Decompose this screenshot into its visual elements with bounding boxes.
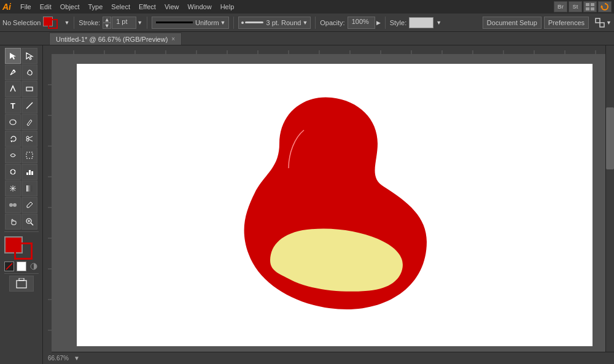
tool-row-8 <box>5 164 37 180</box>
stroke-down-arrow[interactable]: ▼ <box>103 23 111 29</box>
none-swatch[interactable] <box>4 261 14 271</box>
options-toolbar: No Selection ▼ Stroke: ▲ ▼ 1 pt ▼ Unifor… <box>0 14 614 32</box>
svg-rect-26 <box>29 170 31 175</box>
stroke-value[interactable]: 1 pt <box>112 17 136 29</box>
opacity-value[interactable]: 100% <box>348 17 375 29</box>
tool-row-4: T <box>5 98 37 114</box>
stroke-round-dot <box>241 21 244 24</box>
preferences-button[interactable]: Preferences <box>544 17 589 29</box>
svg-point-15 <box>26 136 29 139</box>
stroke-weight-label: 3 pt. Round <box>266 19 301 26</box>
rotate-tool[interactable] <box>5 131 21 147</box>
selection-indicator: No Selection <box>2 19 41 26</box>
svg-line-32 <box>31 223 33 225</box>
blend-tool[interactable] <box>5 197 21 213</box>
eyedropper-tool[interactable] <box>21 197 37 213</box>
stroke-unit-dropdown[interactable]: ▼ <box>137 20 142 26</box>
fill-dropdown-arrow[interactable]: ▼ <box>64 20 69 26</box>
svg-line-13 <box>27 125 28 126</box>
svg-rect-25 <box>26 172 28 175</box>
artboard-tool[interactable] <box>9 276 34 292</box>
stroke-value-group[interactable]: ▲ ▼ 1 pt ▼ <box>103 17 142 29</box>
stroke-box[interactable] <box>14 242 33 260</box>
pen-tool[interactable] <box>5 64 21 80</box>
svg-rect-28 <box>26 185 33 192</box>
menu-help[interactable]: Help <box>216 2 239 12</box>
opacity-group[interactable]: 100% ▶ <box>348 17 381 29</box>
opacity-dropdown[interactable]: ▶ <box>376 20 381 26</box>
svg-rect-38 <box>19 278 24 281</box>
color-mode-icon[interactable] <box>29 261 39 271</box>
sync-icon[interactable] <box>598 1 612 12</box>
title-bar: Ai File Edit Object Type Select Effect V… <box>0 0 614 14</box>
svg-rect-27 <box>31 171 33 175</box>
stroke-swatch[interactable] <box>48 19 58 29</box>
symbol-tool[interactable] <box>5 164 21 180</box>
arrange-dropdown[interactable]: ▼ <box>606 20 612 26</box>
arrange-icons[interactable]: ▼ <box>594 17 612 29</box>
type-tool[interactable]: T <box>5 98 21 114</box>
shape-tool[interactable] <box>21 81 37 97</box>
tool-row-10 <box>5 197 37 213</box>
gradient-tool[interactable] <box>21 180 37 196</box>
menu-effect[interactable]: Effect <box>134 2 160 12</box>
artboard <box>77 64 593 346</box>
bridge-button[interactable]: Br <box>554 1 567 12</box>
menu-select[interactable]: Select <box>107 2 134 12</box>
stroke-up-arrow[interactable]: ▲ <box>103 17 111 23</box>
tool-row-3 <box>5 81 37 97</box>
stroke-style-selector[interactable]: Uniform ▼ <box>152 17 228 29</box>
stock-button[interactable]: St <box>569 1 582 12</box>
svg-point-9 <box>14 70 15 72</box>
separator-2 <box>147 17 147 29</box>
document-tab-close[interactable]: × <box>171 36 175 42</box>
column-graph-tool[interactable] <box>21 164 37 180</box>
v-scroll-thumb[interactable] <box>606 107 614 169</box>
separator-1 <box>74 17 74 29</box>
workspace-icon[interactable] <box>583 1 597 12</box>
menu-file[interactable]: File <box>16 2 36 12</box>
menu-type[interactable]: Type <box>84 2 107 12</box>
menu-object[interactable]: Object <box>56 2 84 12</box>
svg-line-17 <box>29 136 33 138</box>
svg-rect-3 <box>591 7 594 10</box>
pencil-tool[interactable] <box>21 114 37 130</box>
document-setup-button[interactable]: Document Setup <box>483 17 542 29</box>
style-preview[interactable] <box>409 17 433 28</box>
menu-view[interactable]: View <box>160 2 184 12</box>
hand-tool[interactable] <box>5 214 21 230</box>
app-logo: Ai <box>2 2 11 12</box>
white-swatch[interactable] <box>17 261 26 271</box>
ellipse-tool[interactable] <box>5 114 21 130</box>
stroke-label: Stroke: <box>79 19 100 26</box>
svg-line-11 <box>26 103 33 109</box>
scissors-tool[interactable] <box>21 131 37 147</box>
document-tab-title: Untitled-1* @ 66.67% (RGB/Preview) <box>56 36 168 43</box>
menu-edit[interactable]: Edit <box>36 2 56 12</box>
menu-window[interactable]: Window <box>184 2 216 12</box>
mesh-tool[interactable] <box>5 180 21 196</box>
svg-point-30 <box>13 203 17 207</box>
selection-tool[interactable] <box>5 48 21 64</box>
document-tab[interactable]: Untitled-1* @ 66.67% (RGB/Preview) × <box>49 33 182 45</box>
vertical-scrollbar[interactable] <box>605 45 614 355</box>
svg-rect-0 <box>586 3 589 6</box>
lasso-tool[interactable] <box>21 64 37 80</box>
warp-tool[interactable] <box>5 147 21 163</box>
stroke-weight-selector[interactable]: 3 pt. Round ▼ <box>238 17 311 29</box>
svg-marker-8 <box>26 53 33 60</box>
tool-separator-2 <box>4 273 39 274</box>
ruler-marks-top <box>43 45 605 54</box>
free-transform-tool[interactable] <box>21 147 37 163</box>
line-tool[interactable] <box>21 98 37 114</box>
document-tabs: Untitled-1* @ 66.67% (RGB/Preview) × <box>0 32 614 45</box>
fill-stroke-swatches[interactable] <box>43 15 61 30</box>
style-dropdown-arrow[interactable]: ▼ <box>436 20 441 26</box>
anchor-tool[interactable] <box>5 81 21 97</box>
direct-select-tool[interactable] <box>21 48 37 64</box>
opacity-label: Opacity: <box>320 19 344 26</box>
zoom-tool[interactable] <box>21 214 37 230</box>
svg-rect-10 <box>26 87 33 91</box>
svg-marker-4 <box>600 5 603 7</box>
illustration-svg <box>77 64 593 346</box>
